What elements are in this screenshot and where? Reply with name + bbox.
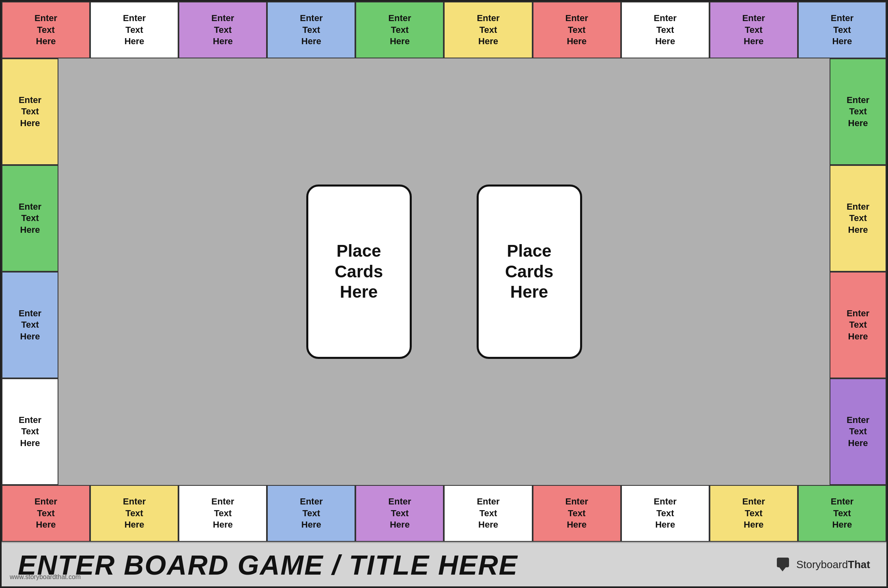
left-cell-3[interactable]: Enter Text Here <box>2 378 58 485</box>
card-placeholder-left[interactable]: Place Cards Here <box>306 185 412 359</box>
top-cell-6[interactable]: Enter Text Here <box>533 2 621 58</box>
bottom-cell-0[interactable]: Enter Text Here <box>2 485 90 542</box>
top-cell-2[interactable]: Enter Text Here <box>178 2 267 58</box>
left-cell-0[interactable]: Enter Text Here <box>2 58 58 165</box>
card-placeholder-right[interactable]: Place Cards Here <box>477 185 582 359</box>
title-area: ENTER BOARD GAME / TITLE HERE Storyboard… <box>2 542 886 586</box>
top-cell-5[interactable]: Enter Text Here <box>444 2 532 58</box>
sbt-icon <box>776 557 792 573</box>
right-cell-1[interactable]: Enter Text Here <box>830 165 886 272</box>
top-cell-3[interactable]: Enter Text Here <box>267 2 355 58</box>
bottom-cell-2[interactable]: Enter Text Here <box>178 485 267 542</box>
center-area: Place Cards Here Place Cards Here <box>58 58 830 485</box>
middle-section: Enter Text HereEnter Text HereEnter Text… <box>2 58 886 485</box>
top-cell-1[interactable]: Enter Text Here <box>90 2 178 58</box>
bottom-cell-5[interactable]: Enter Text Here <box>444 485 532 542</box>
right-col: Enter Text HereEnter Text HereEnter Text… <box>830 58 886 485</box>
bottom-cell-6[interactable]: Enter Text Here <box>533 485 621 542</box>
bottom-cell-9[interactable]: Enter Text Here <box>798 485 886 542</box>
board-title[interactable]: ENTER BOARD GAME / TITLE HERE <box>18 549 518 581</box>
top-cell-7[interactable]: Enter Text Here <box>621 2 710 58</box>
svg-marker-1 <box>779 567 786 571</box>
bottom-cell-1[interactable]: Enter Text Here <box>90 485 178 542</box>
bottom-cell-4[interactable]: Enter Text Here <box>355 485 444 542</box>
top-cell-9[interactable]: Enter Text Here <box>798 2 886 58</box>
left-col: Enter Text HereEnter Text HereEnter Text… <box>2 58 58 485</box>
storyboard-that-logo: StoryboardThat <box>776 557 870 573</box>
left-cell-1[interactable]: Enter Text Here <box>2 165 58 272</box>
top-cell-4[interactable]: Enter Text Here <box>355 2 444 58</box>
bottom-cell-7[interactable]: Enter Text Here <box>621 485 710 542</box>
bottom-cell-8[interactable]: Enter Text Here <box>710 485 798 542</box>
right-cell-0[interactable]: Enter Text Here <box>830 58 886 165</box>
bottom-cell-3[interactable]: Enter Text Here <box>267 485 355 542</box>
svg-rect-0 <box>777 558 789 567</box>
right-cell-3[interactable]: Enter Text Here <box>830 378 886 485</box>
card-placeholder-right-text: Place Cards Here <box>505 241 553 302</box>
watermark-url: www.storyboardthat.com <box>10 573 81 581</box>
bottom-row: Enter Text HereEnter Text HereEnter Text… <box>2 485 886 542</box>
top-cell-8[interactable]: Enter Text Here <box>710 2 798 58</box>
top-cell-0[interactable]: Enter Text Here <box>2 2 90 58</box>
card-placeholder-left-text: Place Cards Here <box>335 241 383 302</box>
top-row: Enter Text HereEnter Text HereEnter Text… <box>2 2 886 58</box>
board-container: Enter Text HereEnter Text HereEnter Text… <box>0 0 888 588</box>
left-cell-2[interactable]: Enter Text Here <box>2 272 58 378</box>
right-cell-2[interactable]: Enter Text Here <box>830 272 886 378</box>
